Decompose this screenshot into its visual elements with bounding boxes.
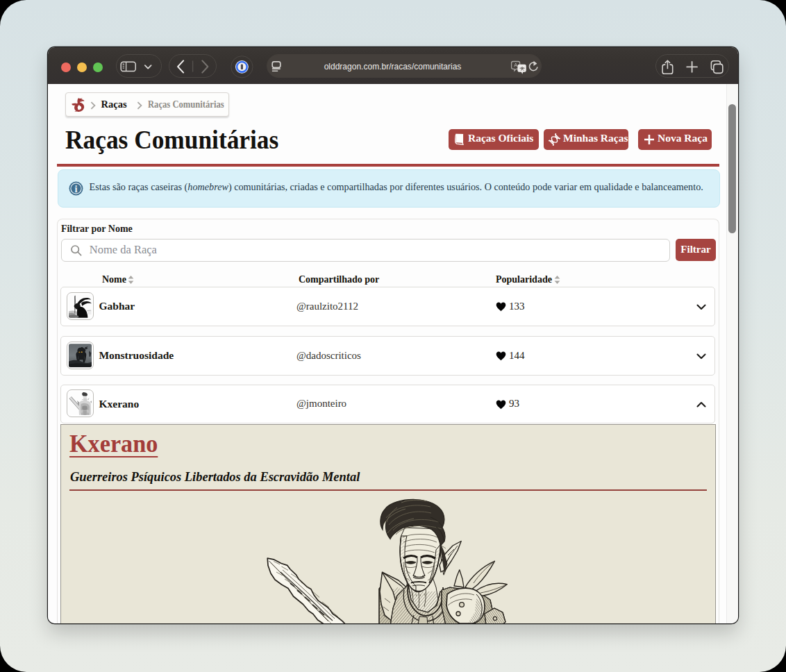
svg-text:i: i	[74, 183, 77, 194]
